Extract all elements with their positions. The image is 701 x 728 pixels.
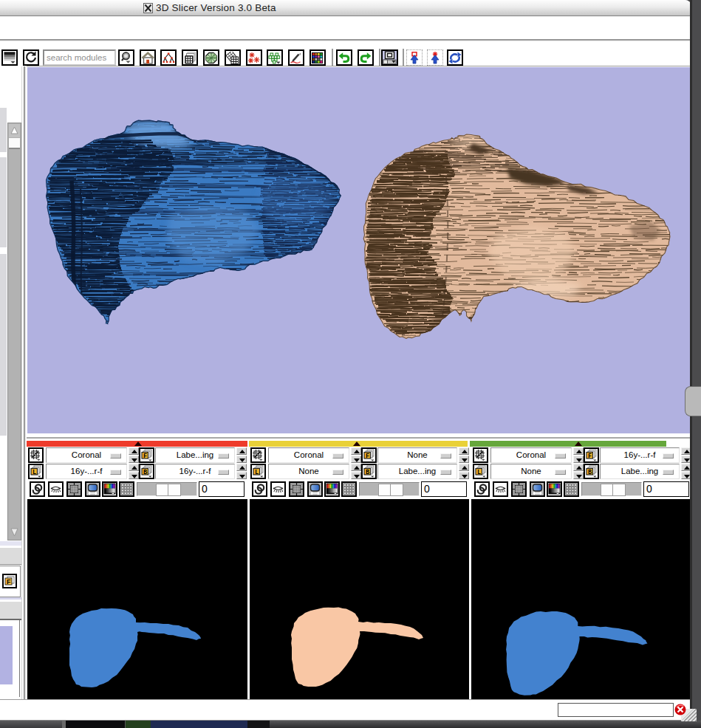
svg-text:B: B	[366, 469, 369, 476]
svg-text:L: L	[477, 469, 481, 476]
svg-text:F: F	[588, 453, 592, 460]
svg-text:F: F	[7, 578, 11, 586]
svg-text:B: B	[143, 469, 147, 476]
svg-text:L: L	[33, 469, 36, 476]
svg-text:B: B	[588, 469, 592, 476]
svg-text:L: L	[255, 469, 259, 476]
svg-text:F: F	[366, 453, 369, 460]
svg-text:F: F	[143, 453, 147, 460]
